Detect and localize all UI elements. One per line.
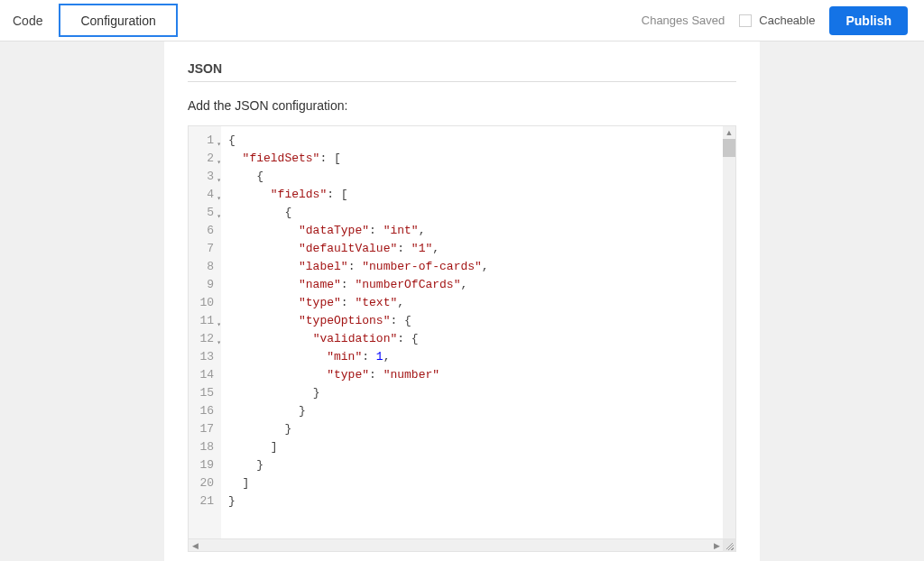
code-line[interactable]: "typeOptions": { xyxy=(228,312,716,330)
gutter-line: 17 xyxy=(189,420,221,438)
code-line[interactable]: "type": "number" xyxy=(228,366,716,384)
toolbar-right: Changes Saved Cacheable Publish xyxy=(642,0,924,41)
code-line[interactable]: ] xyxy=(228,474,716,492)
code-line[interactable]: "defaultValue": "1", xyxy=(228,240,716,258)
code-line[interactable]: "type": "text", xyxy=(228,294,716,312)
gutter-line: 11▾ xyxy=(189,312,221,330)
gutter-line: 12▾ xyxy=(189,330,221,348)
gutter-line: 16 xyxy=(189,402,221,420)
editor-code[interactable]: { "fieldSets": [ { "fields": [ { "dataTy… xyxy=(221,126,723,538)
code-line[interactable]: ] xyxy=(228,438,716,456)
horizontal-scroll-row: ◀ ▶ xyxy=(188,539,736,552)
resize-grip-icon[interactable] xyxy=(723,539,735,552)
gutter-line: 3▾ xyxy=(189,168,221,186)
config-hint: Add the JSON configuration: xyxy=(188,98,736,113)
tab-bar: Code Configuration xyxy=(0,0,181,41)
top-toolbar: Code Configuration Changes Saved Cacheab… xyxy=(0,0,924,41)
code-line[interactable]: "label": "number-of-cards", xyxy=(228,258,716,276)
save-status: Changes Saved xyxy=(642,14,725,27)
gutter-line: 7 xyxy=(189,240,221,258)
code-line[interactable]: } xyxy=(228,456,716,474)
checkbox-icon[interactable] xyxy=(739,14,752,27)
config-panel: JSON Add the JSON configuration: 1▾2▾3▾4… xyxy=(164,41,760,561)
gutter-line: 9 xyxy=(189,276,221,294)
publish-button[interactable]: Publish xyxy=(829,6,908,35)
code-line[interactable]: "validation": { xyxy=(228,330,716,348)
gutter-line: 21 xyxy=(189,492,221,510)
code-line[interactable]: "fieldSets": [ xyxy=(228,150,716,168)
code-line[interactable]: "fields": [ xyxy=(228,186,716,204)
vertical-scroll-thumb[interactable] xyxy=(723,139,735,157)
gutter-line: 20 xyxy=(189,474,221,492)
horizontal-scrollbar[interactable]: ◀ ▶ xyxy=(189,539,723,551)
json-editor[interactable]: 1▾2▾3▾4▾5▾67891011▾12▾131415161718192021… xyxy=(188,125,736,539)
gutter-line: 4▾ xyxy=(189,186,221,204)
code-line[interactable]: "dataType": "int", xyxy=(228,222,716,240)
scroll-right-icon[interactable]: ▶ xyxy=(710,539,723,552)
vertical-scrollbar[interactable]: ▲ xyxy=(723,126,735,538)
gutter-line: 1▾ xyxy=(189,132,221,150)
cacheable-label: Cacheable xyxy=(759,14,815,27)
code-line[interactable]: { xyxy=(228,168,716,186)
code-line[interactable]: "name": "numberOfCards", xyxy=(228,276,716,294)
gutter-line: 8 xyxy=(189,258,221,276)
cacheable-toggle[interactable]: Cacheable xyxy=(739,14,815,27)
section-title-json: JSON xyxy=(188,61,736,82)
gutter-line: 10 xyxy=(189,294,221,312)
code-line[interactable]: } xyxy=(228,384,716,402)
gutter-line: 13 xyxy=(189,348,221,366)
gutter-line: 18 xyxy=(189,438,221,456)
code-line[interactable]: } xyxy=(228,420,716,438)
code-line[interactable]: { xyxy=(228,204,716,222)
tab-configuration[interactable]: Configuration xyxy=(59,4,177,37)
gutter-line: 14 xyxy=(189,366,221,384)
gutter-line: 2▾ xyxy=(189,150,221,168)
code-line[interactable]: } xyxy=(228,402,716,420)
code-line[interactable]: { xyxy=(228,132,716,150)
editor-gutter: 1▾2▾3▾4▾5▾67891011▾12▾131415161718192021 xyxy=(189,126,221,538)
scroll-left-icon[interactable]: ◀ xyxy=(189,539,201,552)
gutter-line: 5▾ xyxy=(189,204,221,222)
gutter-line: 19 xyxy=(189,456,221,474)
scroll-up-icon[interactable]: ▲ xyxy=(723,126,735,139)
content-area: JSON Add the JSON configuration: 1▾2▾3▾4… xyxy=(0,41,924,561)
gutter-line: 15 xyxy=(189,384,221,402)
tab-code[interactable]: Code xyxy=(0,0,55,41)
code-line[interactable]: } xyxy=(228,492,716,510)
code-line[interactable]: "min": 1, xyxy=(228,348,716,366)
gutter-line: 6 xyxy=(189,222,221,240)
